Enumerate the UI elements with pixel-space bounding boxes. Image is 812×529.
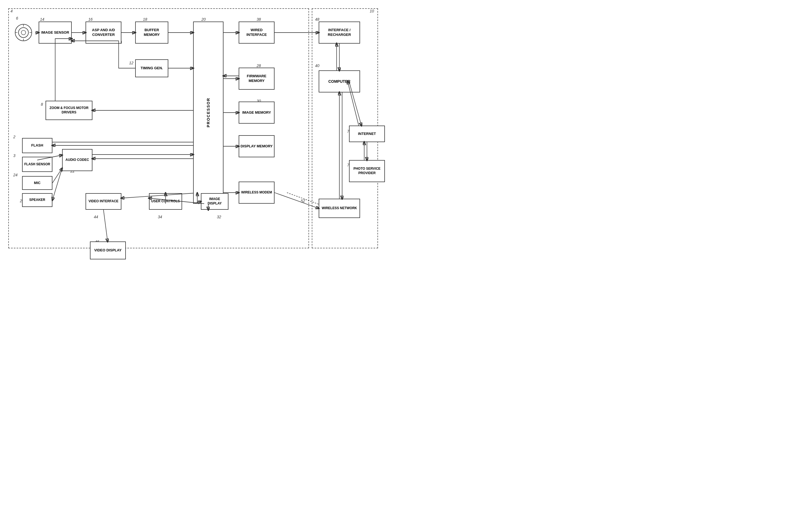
svg-point-0 (15, 24, 32, 41)
processor-box: PROCESSOR (193, 22, 223, 204)
ref-16: 16 (88, 17, 93, 22)
zoom-focus-box: ZOOM & FOCUS MOTOR DRIVERS (45, 101, 92, 120)
ref-3: 3 (13, 154, 15, 158)
buffer-memory-box: BUFFER MEMORY (135, 22, 168, 44)
wired-interface-box: WIRED INTERFACE (239, 22, 275, 44)
ref-52: 52 (301, 199, 305, 203)
wireless-modem-box: WIRELESS MODEM (239, 182, 275, 204)
ref-8: 8 (41, 102, 43, 106)
svg-point-1 (18, 28, 28, 38)
ref-20: 20 (201, 17, 206, 22)
internet-box: INTERNET (349, 126, 385, 142)
ref-18: 18 (143, 17, 147, 22)
audio-codec-box: AUDIO CODEC (62, 149, 92, 171)
ref-48: 48 (315, 17, 319, 22)
firmware-memory-box: FIRMWARE MEMORY (239, 68, 275, 90)
display-memory-box: DISPLAY MEMORY (239, 135, 275, 157)
ref-32: 32 (217, 215, 221, 219)
flash-sensor-box: FLASH SENSOR (22, 157, 53, 172)
image-memory-box: IMAGE MEMORY (239, 102, 275, 124)
ref-38: 38 (257, 17, 261, 22)
computer-box: COMPUTER (319, 70, 360, 92)
processor-label: PROCESSOR (206, 98, 211, 127)
ref-6: 6 (16, 16, 18, 20)
diagram: 4 6 10 14 16 18 20 38 28 12 8 30 2 3 22 … (0, 0, 386, 265)
ref-34: 34 (158, 215, 162, 219)
ref-10: 10 (370, 9, 374, 13)
ref-28: 28 (257, 63, 261, 68)
user-controls-box: USER CONTROLS (149, 193, 182, 210)
speaker-box: SPEAKER (22, 193, 53, 207)
image-sensor-box: IMAGE SENSOR (39, 22, 72, 44)
ref-44: 44 (94, 215, 98, 219)
image-display-box: IMAGE DISPLAY (201, 193, 229, 210)
asp-ad-box: ASP AND A/D CONVERTER (86, 22, 121, 44)
svg-point-2 (21, 30, 26, 35)
photo-service-box: PHOTO SERVICE PROVIDER (349, 160, 385, 182)
ref-4: 4 (11, 9, 13, 13)
flash-box: FLASH (22, 138, 53, 153)
ref-40: 40 (315, 63, 319, 68)
interface-recharger-box: INTERFACE / RECHARGER (319, 22, 360, 44)
ref-14: 14 (40, 17, 44, 22)
video-interface-box: VIDEO INTERFACE (86, 193, 121, 210)
ref-24: 24 (13, 173, 18, 177)
mic-box: MIC (22, 176, 53, 190)
video-display-box: VIDEO DISPLAY (90, 241, 126, 259)
ref-2: 2 (13, 135, 15, 139)
camera-system-border (8, 8, 309, 248)
wireless-network-box: WIRELESS NETWORK (319, 199, 360, 218)
ref-12: 12 (129, 61, 133, 65)
camera-lens (12, 22, 34, 44)
timing-gen-box: TIMING GEN. (135, 59, 168, 77)
